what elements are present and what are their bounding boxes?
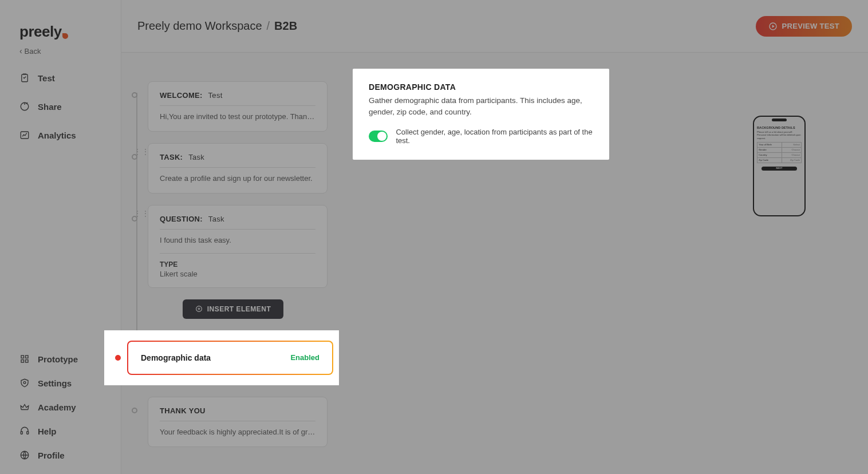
step-title: QUESTION: Task	[160, 215, 315, 230]
breadcrumb-sep: /	[267, 19, 270, 33]
demographic-status: Enabled	[290, 353, 319, 362]
highlight-detail: DEMOGRAPHIC DATA Gather demographic data…	[353, 69, 609, 160]
step-label: THANK YOU	[160, 406, 206, 415]
phone-row-value: Select	[782, 142, 802, 147]
grid-icon	[19, 354, 30, 364]
step-title: THANK YOU	[160, 406, 315, 421]
phone-row-value: Choose	[782, 147, 802, 152]
step-label: TASK:	[160, 153, 183, 161]
step-card-demographic[interactable]: Demographic data Enabled	[127, 341, 333, 375]
nav-label: Academy	[38, 402, 76, 412]
clipboard-icon	[19, 73, 30, 83]
svg-rect-8	[21, 432, 22, 434]
step-card-question[interactable]: ⋮⋮ QUESTION: Task I found this task easy…	[148, 205, 328, 287]
step-type-label: TYPE	[160, 260, 315, 268]
nav-label: Help	[38, 426, 57, 436]
svg-rect-3	[21, 356, 24, 358]
back-label: Back	[25, 47, 41, 56]
phone-next-button: NEXT	[762, 167, 797, 171]
phone-row: CountryChoose	[757, 152, 802, 157]
nav-item-test[interactable]: Test	[19, 73, 112, 83]
svg-rect-9	[27, 432, 29, 434]
timeline-line	[136, 93, 137, 371]
crown-icon	[19, 402, 30, 412]
nav-label: Share	[38, 102, 62, 112]
preview-label: PREVIEW TEST	[782, 22, 839, 30]
highlight-demographic: Demographic data Enabled	[121, 330, 333, 385]
nav-item-share[interactable]: Share	[19, 101, 112, 112]
step-body: I found this task easy.	[160, 230, 315, 253]
phone-row-label: Country	[757, 152, 782, 157]
phone-row-label: Year of Birth	[757, 142, 782, 147]
step-card-welcome[interactable]: WELCOME: Test Hi,You are invited to test…	[148, 81, 328, 132]
step-value: Task	[188, 153, 204, 161]
demographic-detail-card: DEMOGRAPHIC DATA Gather demographic data…	[353, 69, 609, 160]
phone-row: Zip CodeZip Code	[757, 157, 802, 163]
phone-desc: Please tell us a bit about yourself. Per…	[757, 131, 802, 140]
phone-row: GenderChoose	[757, 147, 802, 152]
step-card-thankyou[interactable]: THANK YOU Your feedback is highly apprec…	[148, 397, 328, 447]
steps-column: WELCOME: Test Hi,You are invited to test…	[121, 53, 341, 474]
timeline-dot	[132, 92, 137, 98]
nav-item-profile[interactable]: Profile	[19, 450, 112, 460]
phone-preview-column: BACKGROUND DETAILS Please tell us a bit …	[691, 53, 868, 474]
nav-label: Analytics	[38, 131, 76, 140]
globe-icon	[19, 450, 30, 460]
insert-element-button[interactable]: INSERT ELEMENT	[183, 299, 284, 319]
step-label: WELCOME:	[160, 91, 203, 100]
demographic-title: Demographic data	[141, 353, 211, 362]
headset-icon	[19, 426, 30, 436]
timeline-dot	[132, 408, 137, 413]
svg-rect-4	[26, 356, 29, 358]
drag-handle-icon[interactable]: ⋮⋮	[133, 211, 149, 216]
svg-point-7	[23, 381, 26, 384]
nav-label: Profile	[38, 451, 65, 460]
nav-item-analytics[interactable]: Analytics	[19, 130, 112, 140]
brand-text: preely	[19, 23, 62, 41]
nav-label: Prototype	[38, 354, 78, 364]
nav-label: Settings	[38, 378, 72, 388]
play-circle-icon	[768, 22, 778, 31]
collect-toggle[interactable]	[369, 131, 388, 142]
plus-circle-icon	[195, 305, 203, 313]
share-icon	[19, 101, 30, 112]
nav-top-group: Test Share Analytics	[19, 73, 112, 140]
drag-handle-icon[interactable]: ⋮⋮	[133, 149, 149, 154]
nav-item-help[interactable]: Help	[19, 426, 112, 436]
nav-item-academy[interactable]: Academy	[19, 402, 112, 412]
collect-toggle-label: Collect gender, age, location from parti…	[396, 128, 593, 145]
detail-description: Gather demographic data from participant…	[369, 95, 593, 117]
phone-preview: BACKGROUND DETAILS Please tell us a bit …	[753, 116, 806, 216]
step-body: Create a profile and sign up for our new…	[160, 168, 315, 184]
chart-icon	[19, 130, 30, 140]
topbar: Preely demo Workspace / B2B PREVIEW TEST	[121, 0, 868, 53]
phone-title: BACKGROUND DETAILS	[757, 126, 802, 129]
step-card-task[interactable]: ⋮⋮ TASK: Task Create a profile and sign …	[148, 143, 328, 193]
nav-item-settings[interactable]: Settings	[19, 378, 112, 388]
step-value: Task	[208, 215, 224, 223]
back-link[interactable]: Back	[19, 46, 112, 56]
nav-bottom-group: Prototype Settings Academy Help Profile	[19, 354, 112, 460]
brand-logo: preely	[19, 23, 112, 41]
step-body: Hi,You are invited to test our prototype…	[160, 106, 315, 122]
phone-row-label: Zip Code	[757, 157, 782, 163]
phone-row-value: Choose	[782, 152, 802, 157]
insert-label: INSERT ELEMENT	[207, 305, 271, 313]
step-title: WELCOME: Test	[160, 91, 315, 106]
step-body: Your feedback is highly appreciated.It i…	[160, 421, 315, 437]
phone-row: Year of BirthSelect	[757, 142, 802, 147]
breadcrumb-current: B2B	[274, 19, 297, 33]
brand-dot-icon	[62, 33, 68, 39]
breadcrumb-workspace[interactable]: Preely demo Workspace	[137, 19, 262, 33]
timeline-dot-active	[115, 355, 121, 361]
preview-test-button[interactable]: PREVIEW TEST	[756, 16, 852, 37]
phone-row-label: Gender	[757, 147, 782, 152]
step-value: Test	[208, 91, 223, 100]
phone-notch-icon	[772, 118, 787, 121]
step-label: QUESTION:	[160, 215, 203, 223]
step-title: TASK: Task	[160, 153, 315, 168]
nav-item-prototype[interactable]: Prototype	[19, 354, 112, 364]
sidebar: preely Back Test Share Analytics Prototy…	[0, 0, 121, 474]
collect-toggle-row: Collect gender, age, location from parti…	[369, 128, 593, 145]
phone-form-table: Year of BirthSelect GenderChoose Country…	[757, 142, 802, 163]
